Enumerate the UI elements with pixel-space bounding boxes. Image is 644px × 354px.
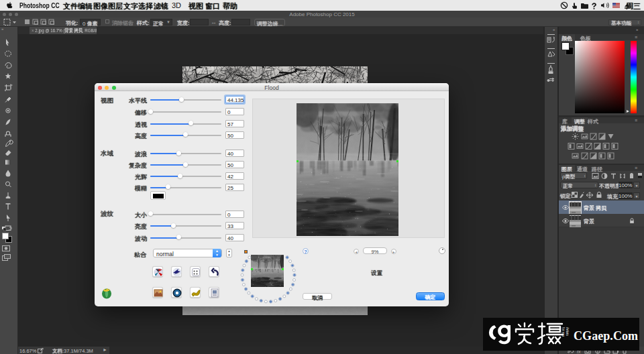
svg-text:CGaep.Com: CGaep.Com [574,329,638,343]
svg-text:for you: for you [561,327,565,337]
svg-text:Artists: Artists [566,327,569,336]
